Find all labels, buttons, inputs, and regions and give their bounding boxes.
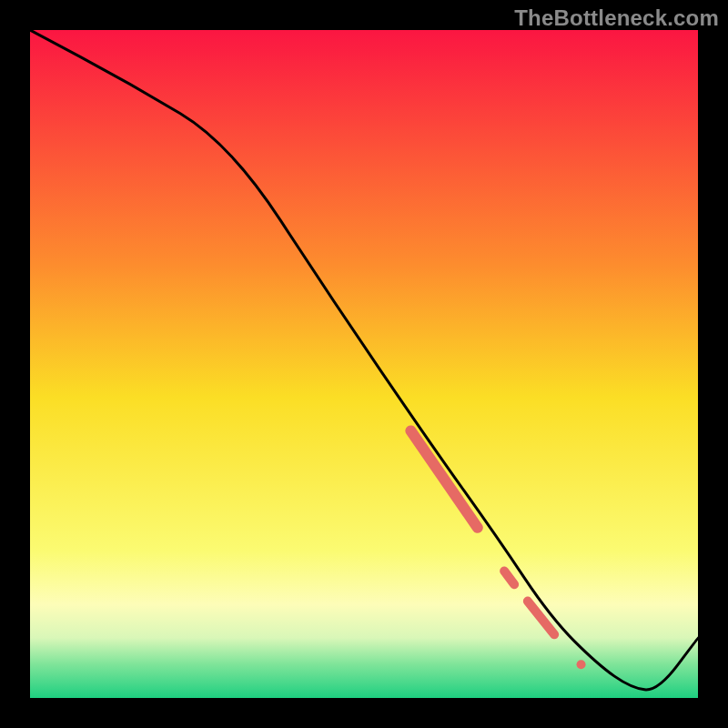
watermark-text: TheBottleneck.com	[514, 5, 719, 31]
chart-frame: TheBottleneck.com	[0, 0, 728, 728]
plot-area	[30, 30, 698, 698]
highlight-dot-0	[577, 660, 586, 669]
gradient-background	[30, 30, 698, 698]
chart-svg	[30, 30, 698, 698]
